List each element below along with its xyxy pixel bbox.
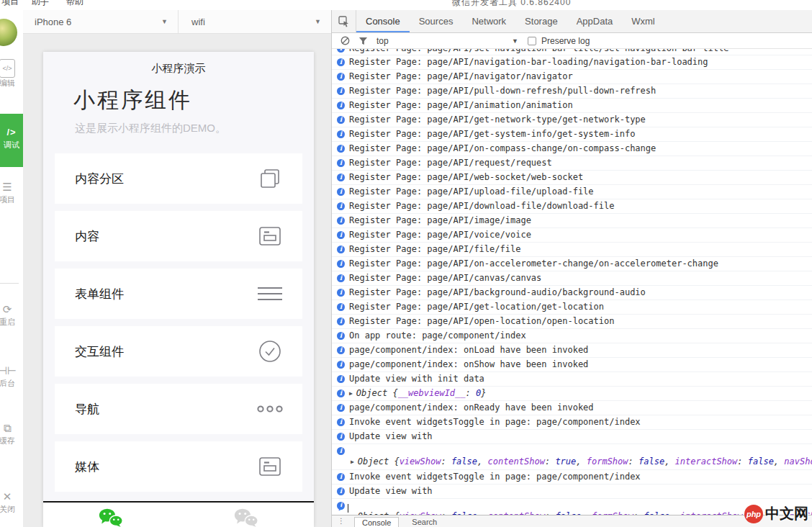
console-log-row: iRegister Page: page/API/image/image [332, 214, 812, 228]
console-prompt-icon: > [338, 503, 343, 513]
menu-item-nav[interactable]: 导航 [55, 384, 302, 434]
console-log-text: page/component/index: onReady have been … [349, 402, 594, 413]
sidebar-item-close[interactable]: ✕ 关闭 [0, 490, 23, 514]
info-icon: i [337, 49, 345, 53]
wechat-logo-icon [99, 508, 123, 527]
expand-triangle-icon[interactable]: ▶ [351, 459, 354, 465]
console-log-row: iInvoke event widgetsToggle in page: pag… [332, 415, 812, 430]
object-preview[interactable]: Object {__webviewId__: 0} [356, 388, 487, 398]
console-log-row: ipage/component/index: onShow have been … [332, 358, 812, 372]
tabbar-tab-component[interactable] [43, 503, 179, 527]
info-icon: i [337, 73, 345, 81]
preserve-log-label: Preserve log [541, 36, 590, 46]
console-log-text: Register Page: page/API/get-location/get… [349, 302, 604, 312]
chevron-down-icon[interactable]: ▼ [512, 37, 518, 45]
console-prompt-area[interactable]: > [332, 502, 812, 515]
console-log-row: iRegister Page: page/API/get-network-typ… [332, 113, 812, 127]
miniapp-page-title: 小程序组件 [73, 86, 314, 115]
chevron-down-icon: ▼ [315, 18, 321, 25]
console-log-text: Register Page: page/API/set-navigation-b… [349, 49, 728, 53]
backend-icon: ⊣⊢ [0, 364, 23, 378]
text-cursor [348, 504, 348, 513]
inspect-element-button[interactable] [332, 10, 356, 32]
drawer-tab-search[interactable]: Search [409, 517, 440, 527]
clear-console-button[interactable] [340, 36, 350, 45]
preserve-log-checkbox[interactable] [528, 37, 536, 45]
execution-context-select[interactable]: top [376, 36, 389, 46]
console-log-row: iRegister Page: page/API/pull-down-refre… [332, 84, 812, 99]
console-log-row: iRegister Page: page/API/canvas/canvas [332, 271, 812, 286]
info-icon: i [337, 303, 345, 311]
menubar-item[interactable]: 帮助 [66, 0, 84, 8]
menu-item-view[interactable]: 内容分区 [55, 153, 302, 204]
sidebar-item-edit[interactable]: </> 编辑 [0, 59, 23, 88]
tabbar-tab-api[interactable] [179, 503, 314, 527]
console-log-text: Register Page: page/API/on-compass-chang… [349, 143, 656, 153]
console-log-text: Register Page: page/API/download-file/do… [349, 201, 614, 211]
sidebar-item-debug[interactable]: /> 调试 [0, 114, 23, 167]
console-log-text: Register Page: page/API/open-location/op… [349, 316, 614, 326]
console-log-text: Register Page: page/API/pull-down-refres… [349, 86, 656, 96]
object-preview[interactable]: Object {viewShow: false, contentShow: tr… [358, 456, 812, 467]
debug-icon: /> [0, 125, 23, 140]
avatar[interactable] [0, 19, 17, 46]
left-toolbar: </> 编辑 /> 调试 ☰ 项目 ⟳ 重启 ⊣⊢ 后台 ⧉ 缓存 ✕ 关闭 [0, 10, 23, 527]
devtools-drawer: ⋮ Console Search [332, 515, 812, 527]
tab-network[interactable]: Network [462, 10, 515, 32]
console-log-text: Register Page: page/API/file/file [349, 244, 520, 254]
tab-appdata[interactable]: AppData [567, 10, 623, 32]
console-log-row: iRegister Page: page/API/set-navigation-… [332, 49, 812, 55]
filter-button[interactable] [358, 37, 368, 45]
php-logo-icon: php [744, 505, 763, 523]
code-edit-icon: </> [0, 59, 23, 78]
menu-item-content[interactable]: 内容 [55, 211, 302, 261]
funnel-icon [358, 37, 368, 45]
console-log-text: Register Page: page/API/background-audio… [349, 287, 646, 297]
sidebar-item-backend[interactable]: ⊣⊢ 后台 [0, 364, 23, 388]
info-icon: i [337, 375, 345, 383]
console-log-row: i▶Object {viewShow: false, contentShow: … [332, 444, 812, 470]
sidebar-item-cache[interactable]: ⧉ 缓存 [0, 421, 23, 446]
close-icon: ✕ [0, 490, 23, 504]
devtools-panel: Console Sources Network Storage AppData … [331, 10, 812, 527]
network-select-value: wifi [191, 17, 205, 27]
console-log-row: iRegister Page: page/API/voice/voice [332, 228, 812, 243]
device-select[interactable]: iPhone 6 ▼ [23, 10, 179, 33]
network-select[interactable]: wifi ▼ [179, 10, 331, 33]
console-log-row: ipage/component/index: onReady have been… [332, 401, 812, 415]
miniapp-tabbar [43, 501, 314, 527]
console-log-row: iInvoke event widgetsToggle in page: pag… [332, 470, 812, 485]
sidebar-item-restart[interactable]: ⟳ 重启 [0, 302, 23, 327]
info-icon: i [337, 404, 345, 412]
form-lines-icon [256, 281, 284, 306]
console-log-list: iRegister Page: page/API/set-navigation-… [332, 49, 812, 515]
watermark-text: 中文网 [765, 504, 808, 523]
drawer-menu-icon[interactable]: ⋮ [338, 517, 344, 525]
sidebar-item-project[interactable]: ☰ 项目 [0, 180, 23, 204]
tab-console[interactable]: Console [356, 10, 410, 32]
menu-item-interact[interactable]: 交互组件 [55, 326, 302, 377]
console-log-row: iOn app route: page/component/index [332, 329, 812, 343]
check-circle-icon [256, 339, 284, 364]
miniapp-nav-title: 小程序演示 [43, 52, 314, 76]
info-icon: i [337, 246, 345, 253]
console-log-text: Register Page: page/API/navigator/naviga… [349, 71, 573, 81]
drawer-tab-console[interactable]: Console [354, 517, 399, 527]
layers-cache-icon: ⧉ [0, 421, 23, 436]
menubar-item[interactable]: 项目 [1, 0, 19, 8]
project-list-icon: ☰ [0, 180, 23, 194]
expand-triangle-icon[interactable]: ▶ [349, 390, 353, 397]
tab-sources[interactable]: Sources [410, 10, 463, 32]
tab-storage[interactable]: Storage [515, 10, 567, 32]
phone-screen: 小程序演示 小程序组件 这是展示小程序组件的DEMO。 内容分区 内容 [43, 52, 314, 527]
console-log-row: iRegister Page: page/API/get-location/ge… [332, 300, 812, 315]
menu-item-form[interactable]: 表单组件 [55, 269, 302, 319]
console-log-text: page/component/index: onShow have been i… [349, 359, 588, 369]
three-dots-icon [256, 397, 284, 421]
menubar-item[interactable]: 助手 [32, 0, 49, 8]
tab-wxml[interactable]: Wxml [622, 10, 664, 32]
console-log-text: Update view with [349, 486, 433, 496]
console-log-text: Register Page: page/API/request/request [349, 158, 552, 168]
window-title: 微信开发者工具 0.6.862400 [452, 0, 571, 9]
menu-item-media[interactable]: 媒体 [55, 441, 302, 492]
